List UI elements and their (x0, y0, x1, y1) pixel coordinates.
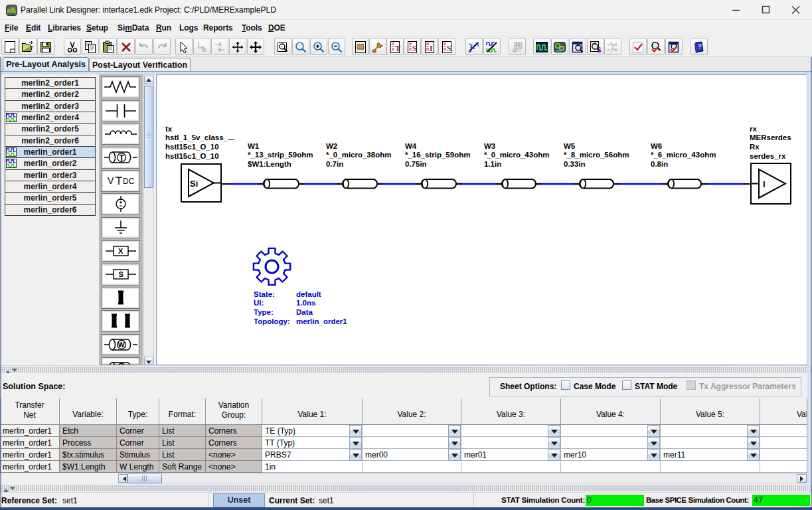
svg-text:merlin_order1: merlin_order1 (296, 317, 347, 325)
svg-text:0.8in: 0.8in (651, 160, 668, 168)
svg-text:Rx: Rx (750, 143, 760, 151)
svg-text:I: I (763, 179, 766, 189)
svg-text:W5: W5 (564, 142, 576, 150)
svg-text:default: default (296, 290, 321, 298)
svg-text:Type:: Type: (254, 308, 274, 316)
svg-text:S: S (412, 44, 417, 53)
svg-text:hstl15c1_O_10: hstl15c1_O_10 (165, 143, 219, 151)
svg-text:*_0_micro_38ohm: *_0_micro_38ohm (326, 151, 391, 159)
svg-text:serdes_rx: serdes_rx (750, 152, 786, 160)
svg-text:S: S (447, 44, 451, 53)
svg-text:MERserdes: MERserdes (750, 133, 791, 141)
svg-text:I: I (430, 44, 433, 53)
svg-text:V: V (108, 175, 114, 186)
svg-text:State:: State: (254, 290, 275, 298)
svg-text:Topology:: Topology: (254, 317, 290, 325)
svg-text:1.0ns: 1.0ns (296, 299, 315, 307)
svg-text:T: T (119, 153, 124, 163)
svg-text:S: S (597, 46, 602, 54)
svg-text:rx: rx (750, 125, 757, 133)
svg-text:0.33in: 0.33in (564, 160, 586, 168)
svg-text:W4: W4 (405, 142, 417, 150)
svg-text:Data: Data (296, 308, 313, 316)
svg-text:*_13_strip_59ohm: *_13_strip_59ohm (248, 151, 313, 159)
svg-text:W6: W6 (651, 142, 662, 150)
svg-text:*_6_micro_43ohm: *_6_micro_43ohm (651, 151, 716, 159)
svg-text:?: ? (697, 43, 702, 50)
svg-text:0.7in: 0.7in (326, 160, 343, 168)
svg-text:S: S (118, 270, 123, 278)
svg-text:*_8_micro_56ohm: *_8_micro_56ohm (564, 151, 629, 159)
svg-text:tx: tx (165, 125, 173, 133)
svg-text:W: W (118, 341, 125, 349)
svg-text:hstl15c1_O_10: hstl15c1_O_10 (165, 152, 219, 160)
svg-text:UI:: UI: (254, 299, 264, 307)
svg-text:Si: Si (190, 179, 198, 189)
svg-text:W2: W2 (326, 142, 337, 150)
svg-text:W1: W1 (248, 142, 260, 150)
svg-text:X: X (118, 247, 123, 255)
svg-text:hstl_1_5v_class_...: hstl_1_5v_class_... (165, 133, 234, 141)
svg-text:1.1in: 1.1in (484, 160, 501, 168)
svg-text:0.75in: 0.75in (405, 160, 427, 168)
svg-text:*_0_micro_43ohm: *_0_micro_43ohm (484, 151, 549, 159)
svg-text:T: T (395, 44, 400, 53)
svg-text:$W1:Length: $W1:Length (248, 160, 291, 168)
svg-text:DC: DC (123, 177, 135, 186)
svg-text:W3: W3 (484, 142, 495, 150)
svg-text:*_16_strip_59ohm: *_16_strip_59ohm (405, 151, 470, 159)
